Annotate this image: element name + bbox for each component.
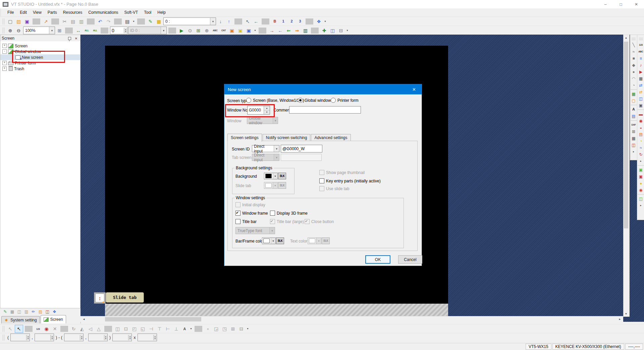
fit-height-icon[interactable]: ⊟ xyxy=(237,325,245,333)
export-data-icon[interactable]: ⇒ xyxy=(293,27,301,34)
dialog-close-icon[interactable]: ✕ xyxy=(407,84,422,94)
next-screen-icon[interactable]: ↓ xyxy=(217,18,224,25)
background-color-dropdown[interactable] xyxy=(264,173,278,179)
lamp-part-icon[interactable]: ● xyxy=(638,180,644,186)
parts-library-dropdown[interactable]: ▾ xyxy=(323,18,327,25)
undo-icon[interactable]: ↶ xyxy=(96,18,104,25)
menu-item[interactable]: Parts xyxy=(45,9,60,16)
coord-x2-spinner[interactable] xyxy=(64,334,84,341)
print-icon[interactable]: ▤ xyxy=(123,18,131,25)
align-left-icon[interactable]: ⊣ xyxy=(147,325,155,333)
dialog-tab-notify-screen-switching[interactable]: Notify screen switching xyxy=(263,134,311,141)
align-top-icon[interactable]: ⊤ xyxy=(156,325,163,333)
viewer-part-icon[interactable]: ▣ xyxy=(638,102,644,108)
comment-display-icon[interactable]: ≡ xyxy=(638,55,644,61)
menu-item[interactable]: Resources xyxy=(60,9,85,16)
movie-part-icon[interactable]: ▦ xyxy=(638,75,644,82)
select-cursor-icon[interactable]: ↖ xyxy=(15,325,23,333)
file-transfer-part-icon[interactable]: ⇄ xyxy=(638,89,644,95)
slider-part-icon[interactable]: ▬ xyxy=(638,111,644,117)
pin-icon[interactable] xyxy=(67,36,72,41)
draw-ellipse-icon[interactable]: ● xyxy=(631,69,637,75)
title-bar-checkbox[interactable]: Title bar xyxy=(235,219,257,224)
display-3d-frame-checkbox[interactable]: Display 3D frame xyxy=(270,211,308,216)
device-list-dropdown[interactable]: ▾ xyxy=(253,27,257,34)
checkbox-icon[interactable] xyxy=(319,178,324,183)
screen-id-input[interactable] xyxy=(281,145,322,152)
horizontal-scrollbar[interactable]: ◄ ► xyxy=(80,316,623,322)
print-options-dropdown[interactable]: ▾ xyxy=(132,18,136,25)
scroll-up-icon[interactable]: ▲ xyxy=(624,35,629,40)
unit-settings-icon[interactable]: ▣ xyxy=(228,27,236,34)
scroll-down-icon[interactable]: ▼ xyxy=(624,311,629,316)
checkbox-checked-icon[interactable] xyxy=(235,211,240,216)
touch-switch-icon[interactable]: ▣ xyxy=(638,167,644,173)
draw-polygon-icon[interactable]: ◆ xyxy=(631,62,637,68)
remote-display-icon[interactable]: ◫ xyxy=(638,95,644,102)
more-draw-tools[interactable]: ▸ xyxy=(631,148,637,155)
radio-icon[interactable] xyxy=(331,98,336,103)
horizontal-scroll-thumb[interactable] xyxy=(105,317,201,321)
open-file-icon[interactable]: ▨ xyxy=(15,18,22,25)
loop-part-icon[interactable]: ↻ xyxy=(638,151,644,158)
copy-window2-icon[interactable]: 2 xyxy=(288,18,296,25)
align-all-h-icon[interactable]: ALL xyxy=(83,27,91,34)
expander-icon[interactable]: + xyxy=(2,67,7,71)
dialog-tab-screen-settings[interactable]: Screen settings xyxy=(227,134,262,142)
copy-icon[interactable]: ▤ xyxy=(69,18,77,25)
vertical-scrollbar[interactable]: ▲ ▼ xyxy=(623,35,630,317)
zoom-device-icon[interactable]: ⊕ xyxy=(203,27,211,34)
add-window-icon[interactable]: ✚ xyxy=(320,27,328,34)
save-icon[interactable]: ▣ xyxy=(23,18,31,25)
vertical-scroll-thumb[interactable] xyxy=(624,42,628,228)
size-height-spinner[interactable] xyxy=(138,334,157,341)
screen-copy-part-icon[interactable]: ◫ xyxy=(631,142,637,148)
slide-tab-widget[interactable]: ↕ Slide tab xyxy=(94,292,144,304)
anchor-point-icon[interactable]: ◉ xyxy=(43,325,50,333)
ungroup-icon[interactable]: ⊡ xyxy=(122,325,130,333)
dial-part-icon[interactable]: ◉ xyxy=(638,118,644,124)
copy-screen-icon[interactable]: ◫ xyxy=(44,309,51,315)
page-number-combo[interactable]: 0 : xyxy=(163,17,216,25)
window-frame-checkbox[interactable]: Window frame xyxy=(235,211,268,216)
size-width-spinner[interactable] xyxy=(112,334,132,341)
checkbox-icon[interactable] xyxy=(235,219,240,224)
radio-screen-base[interactable]: Screen (Base, Window1/2/3) xyxy=(246,98,304,103)
spinner-arrows[interactable]: ▲▼ xyxy=(264,106,270,114)
tree-item-screen[interactable]: + Screen xyxy=(0,43,80,49)
cut-icon[interactable]: ✂ xyxy=(61,18,68,25)
paste-icon[interactable]: ▥ xyxy=(77,18,85,25)
panel-close-icon[interactable]: ✕ xyxy=(73,36,79,41)
bring-to-front-icon[interactable]: ◰ xyxy=(130,325,138,333)
arrange-vertical-icon[interactable]: ◳ xyxy=(221,325,228,333)
menu-item[interactable]: Communications xyxy=(85,9,121,16)
find-device-icon[interactable]: ⊙ xyxy=(186,27,194,34)
text-style-dropdown[interactable]: ▾ xyxy=(189,325,193,333)
align-all-v-icon[interactable]: ALL xyxy=(91,27,99,34)
text-display-icon[interactable]: ABC xyxy=(638,48,644,55)
draw-arc-icon[interactable]: ◠ xyxy=(631,75,637,82)
grid-part-icon[interactable]: ⊞ xyxy=(631,128,637,135)
menu-item[interactable]: Edit xyxy=(17,9,30,16)
flip-vertical-icon[interactable]: ◁ xyxy=(87,325,94,333)
text-part-icon[interactable]: A xyxy=(631,106,637,113)
coord-y1-spinner[interactable] xyxy=(35,334,54,341)
grid-view-icon[interactable]: ⊞ xyxy=(195,27,202,34)
video-part-icon[interactable]: ▶ xyxy=(638,69,644,75)
pie-graph-part-icon[interactable]: ◔ xyxy=(638,138,644,144)
table-part-icon[interactable]: ▦ xyxy=(631,135,637,141)
screen-id-mode-dropdown[interactable]: Direct input xyxy=(252,145,279,152)
window-no-spinner[interactable]: G0000 ▲▼ xyxy=(247,106,270,115)
part-id-icon[interactable]: 123 xyxy=(34,325,42,333)
copy-window3-icon[interactable]: 3 xyxy=(296,18,304,25)
select-area-icon[interactable]: ▫ xyxy=(204,325,212,333)
parts-library-icon[interactable]: ❖ xyxy=(315,18,323,25)
device-id-combo[interactable]: ID 0 : xyxy=(128,27,167,34)
tree-item-new-screen[interactable]: New screen xyxy=(0,54,80,60)
menu-item[interactable]: Help xyxy=(154,9,169,16)
minimize-button[interactable]: – xyxy=(598,0,613,8)
prev-screen-icon[interactable]: ↑ xyxy=(225,18,233,25)
draw-polyline-icon[interactable]: ≈ xyxy=(631,48,637,55)
meter-part-icon[interactable]: ◒ xyxy=(638,124,644,131)
tree-item-global-window[interactable]: - Global window xyxy=(0,49,80,54)
